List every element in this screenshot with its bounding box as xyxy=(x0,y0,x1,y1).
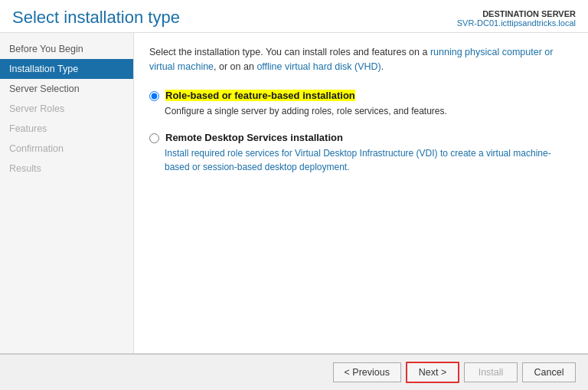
sidebar-item-before-you-begin[interactable]: Before You Begin xyxy=(0,39,133,59)
radio-role-based[interactable] xyxy=(149,91,159,101)
title-bar: Select installation type DESTINATION SER… xyxy=(0,0,588,33)
cancel-button[interactable]: Cancel xyxy=(522,362,576,382)
next-button[interactable]: Next > xyxy=(406,362,459,383)
sidebar-item-confirmation: Confirmation xyxy=(0,139,133,159)
option-role-based-label[interactable]: Role-based or feature-based installation xyxy=(165,90,355,101)
sidebar-item-results: Results xyxy=(0,159,133,179)
footer: < Previous Next > Install Cancel xyxy=(0,353,588,390)
server-name: SVR-DC01.icttipsandtricks.local xyxy=(457,18,576,28)
content-description: Select the installation type. You can in… xyxy=(149,45,573,74)
option-remote-desktop[interactable]: Remote Desktop Services installation Ins… xyxy=(149,132,573,174)
option-remote-desktop-label[interactable]: Remote Desktop Services installation xyxy=(165,132,343,143)
content-area: Select the installation type. You can in… xyxy=(134,33,588,353)
sidebar-item-features: Features xyxy=(0,119,133,139)
page-title: Select installation type xyxy=(12,8,180,28)
sidebar-item-installation-type[interactable]: Installation Type xyxy=(0,59,133,79)
option-role-based[interactable]: Role-based or feature-based installation… xyxy=(149,90,573,118)
destination-label: DESTINATION SERVER xyxy=(457,9,576,18)
previous-button[interactable]: < Previous xyxy=(333,362,401,382)
install-button[interactable]: Install xyxy=(464,362,518,382)
option-remote-desktop-description: Install required role services for Virtu… xyxy=(165,146,573,174)
sidebar-item-server-selection[interactable]: Server Selection xyxy=(0,79,133,99)
destination-info: DESTINATION SERVER SVR-DC01.icttipsandtr… xyxy=(457,9,576,28)
radio-remote-desktop[interactable] xyxy=(149,133,159,143)
highlighted-label: Role-based or feature-based installation xyxy=(165,90,355,101)
main-content: Before You Begin Installation Type Serve… xyxy=(0,33,588,353)
option-role-based-description: Configure a single server by adding role… xyxy=(165,104,573,118)
sidebar: Before You Begin Installation Type Serve… xyxy=(0,33,134,353)
sidebar-item-server-roles: Server Roles xyxy=(0,99,133,119)
